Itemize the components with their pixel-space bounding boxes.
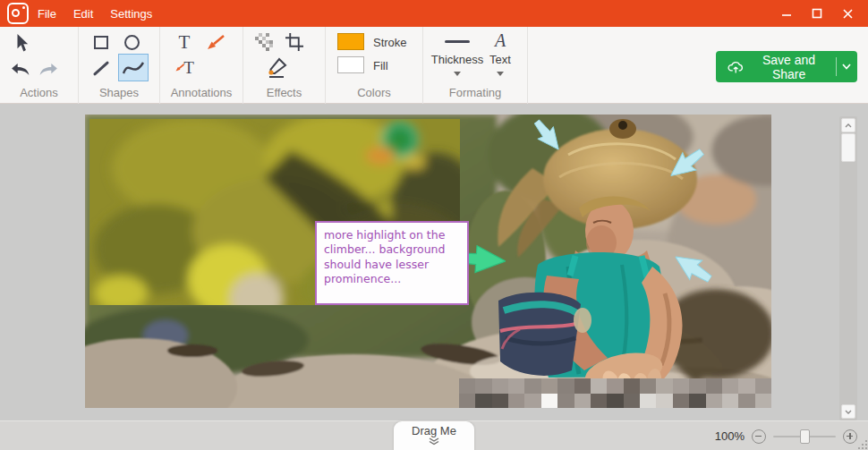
logo-lens xyxy=(12,9,20,17)
select-tool-button[interactable] xyxy=(9,30,34,55)
menu-bar: File Edit Settings xyxy=(38,0,152,27)
redo-icon xyxy=(38,63,59,76)
minimize-icon xyxy=(781,8,792,19)
crop-icon xyxy=(285,33,303,51)
group-label-annotations: Annotations xyxy=(160,86,243,99)
rectangle-tool-button[interactable] xyxy=(89,31,113,53)
logo-dot xyxy=(22,6,25,9)
zoom-controls: 100% xyxy=(715,421,857,450)
marker-icon xyxy=(266,57,287,79)
plus-icon-bar xyxy=(849,433,851,439)
toolbar: Actions Shapes T xyxy=(0,27,868,104)
bottom-bar: Drag Me 100% xyxy=(0,420,868,450)
thickness-icon xyxy=(445,40,470,43)
menu-settings[interactable]: Settings xyxy=(110,7,152,21)
close-button[interactable] xyxy=(832,0,863,27)
crop-tool-button[interactable] xyxy=(283,30,306,54)
scrollbar-thumb[interactable] xyxy=(841,133,855,162)
callout-tool-icon: T xyxy=(183,58,194,78)
rectangle-icon xyxy=(94,36,108,49)
annotation-text-box[interactable]: more highlight on the climber... backgro… xyxy=(315,221,469,305)
app-logo-icon xyxy=(7,3,29,24)
text-format-button[interactable]: A xyxy=(489,29,511,52)
callout-tool-button[interactable]: T xyxy=(171,56,198,80)
titlebar[interactable]: File Edit Settings xyxy=(0,0,868,27)
stroke-label: Stroke xyxy=(373,36,407,49)
cursor-icon xyxy=(13,33,30,53)
redo-button[interactable] xyxy=(36,59,61,79)
group-label-shapes: Shapes xyxy=(79,86,159,99)
menu-file[interactable]: File xyxy=(38,7,56,21)
toolbar-group-colors: Stroke Fill Colors xyxy=(326,27,423,104)
undo-icon xyxy=(10,63,30,76)
minimize-button[interactable] xyxy=(771,0,802,27)
zoom-slider[interactable] xyxy=(773,429,836,444)
stroke-color-swatch[interactable] xyxy=(337,33,364,50)
vertical-scrollbar[interactable] xyxy=(839,116,857,420)
chevron-down-icon xyxy=(845,410,852,414)
slider-thumb[interactable] xyxy=(800,429,810,444)
save-dropdown[interactable] xyxy=(837,64,857,70)
text-tool-icon: T xyxy=(179,31,191,54)
chevron-down-icon xyxy=(454,72,461,76)
pixelate-icon xyxy=(255,33,273,51)
text-tool-button[interactable]: T xyxy=(173,30,196,54)
curve-tool-button[interactable] xyxy=(118,54,149,81)
undo-button[interactable] xyxy=(7,59,32,79)
pixelate-tool-button[interactable] xyxy=(252,30,276,54)
save-and-share-label: Save and Share xyxy=(751,53,826,81)
drag-me-handle[interactable]: Drag Me xyxy=(394,421,474,450)
chevron-up-icon xyxy=(845,123,852,128)
group-label-actions: Actions xyxy=(0,86,78,99)
chevron-down-icon xyxy=(842,64,851,70)
screenshot-image[interactable]: more highlight on the climber... backgro… xyxy=(85,115,771,408)
maximize-icon xyxy=(812,8,822,19)
zoom-in-button[interactable] xyxy=(843,429,857,444)
zoom-level: 100% xyxy=(715,429,745,443)
toolbar-group-actions: Actions xyxy=(0,27,79,104)
ellipse-tool-button[interactable] xyxy=(120,31,143,53)
arrow-tool-icon xyxy=(205,33,226,53)
fill-color-swatch[interactable] xyxy=(337,56,364,73)
toolbar-group-shapes: Shapes xyxy=(79,27,160,104)
group-label-colors: Colors xyxy=(326,86,422,99)
thickness-dropdown[interactable] xyxy=(451,68,464,79)
pixelate-region[interactable] xyxy=(459,378,771,408)
thickness-label: Thickness xyxy=(430,53,484,66)
toolbar-group-formatting: Thickness A Text Formating xyxy=(423,27,528,104)
fill-label: Fill xyxy=(373,59,388,72)
close-icon xyxy=(842,8,854,20)
text-format-label: Text xyxy=(479,53,522,66)
line-icon xyxy=(93,61,109,76)
resize-grip[interactable] xyxy=(856,438,867,449)
ellipse-icon xyxy=(124,35,140,50)
editor-canvas[interactable]: more highlight on the climber... backgro… xyxy=(0,104,868,420)
app-window: File Edit Settings xyxy=(0,0,868,450)
curve-icon xyxy=(122,59,145,77)
double-chevron-down-icon xyxy=(429,437,439,446)
group-label-formatting: Formating xyxy=(423,86,527,99)
text-dropdown[interactable] xyxy=(494,68,506,79)
menu-edit[interactable]: Edit xyxy=(73,7,93,21)
scroll-down-button[interactable] xyxy=(841,404,855,419)
toolbar-group-effects: Effects xyxy=(243,27,326,104)
save-and-share-button[interactable]: Save and Share xyxy=(716,51,857,82)
text-format-icon: A xyxy=(495,30,506,51)
zoom-out-button[interactable] xyxy=(752,429,766,444)
minus-icon xyxy=(755,436,762,437)
chevron-down-icon xyxy=(497,72,504,76)
cloud-upload-icon xyxy=(728,59,744,75)
line-tool-button[interactable] xyxy=(89,56,113,80)
group-label-effects: Effects xyxy=(243,86,325,99)
annotation-text: more highlight on the climber... backgro… xyxy=(324,228,445,285)
arrow-tool-button[interactable] xyxy=(203,32,228,54)
scroll-up-button[interactable] xyxy=(841,118,855,132)
window-controls xyxy=(771,0,863,27)
maximize-button[interactable] xyxy=(802,0,832,27)
drag-me-label: Drag Me xyxy=(412,424,456,437)
marker-tool-button[interactable] xyxy=(263,55,290,81)
toolbar-group-annotations: T T Annotations xyxy=(160,27,243,104)
thickness-button[interactable] xyxy=(441,36,473,47)
